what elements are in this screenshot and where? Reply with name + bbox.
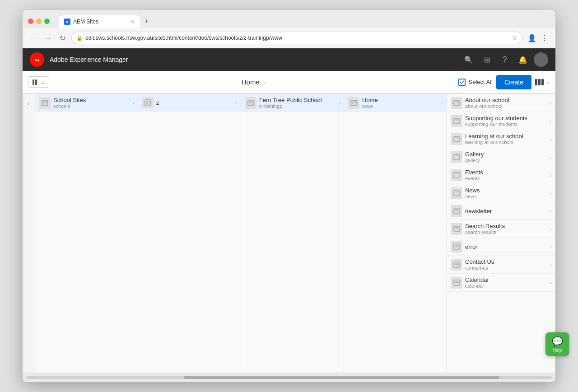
list-item[interactable]: Gallery gallery ›: [447, 148, 555, 166]
list-item[interactable]: Learning at our school learning-at-our-s…: [447, 130, 555, 148]
help-icon[interactable]: ?: [498, 52, 512, 67]
minimize-traffic-light[interactable]: [36, 19, 42, 24]
view-toggle[interactable]: ⌄: [28, 76, 49, 88]
item-name: School Sites: [53, 97, 130, 103]
list-item[interactable]: News news ›: [447, 184, 555, 202]
page-icon: [453, 190, 460, 196]
user-avatar[interactable]: [534, 52, 548, 67]
item-name: About our school: [465, 97, 547, 103]
item-slug: news: [465, 194, 547, 199]
sites-toolbar: ⌄ Home ⌄ Select All Create ⌄: [23, 71, 555, 93]
column-2: Fern Tree Public School z-trainingp ›: [241, 94, 344, 373]
item-name: newsletter: [465, 208, 547, 215]
new-tab-button[interactable]: +: [140, 14, 153, 28]
list-item[interactable]: Fern Tree Public School z-trainingp ›: [241, 94, 344, 112]
page-icon: [453, 261, 460, 268]
help-chat-icon: 💬: [552, 336, 563, 347]
reload-button[interactable]: ↻: [57, 33, 68, 43]
url-text: edit.sws.schools.nsw.gov.au/sites.html/c…: [85, 35, 509, 41]
item-text: z: [156, 99, 233, 106]
item-page-icon: [142, 97, 154, 108]
select-all-label: Select All: [468, 79, 492, 85]
item-page-icon: [451, 223, 462, 235]
page-icon: [453, 226, 460, 232]
profile-icon[interactable]: 👤: [527, 33, 537, 43]
list-item[interactable]: Search Results search-results ›: [447, 220, 555, 238]
list-item[interactable]: Contact Us contact-us ›: [447, 256, 555, 274]
select-all-button[interactable]: Select All: [458, 79, 492, 86]
collapse-handle[interactable]: ›: [23, 94, 35, 373]
page-icon: [453, 280, 460, 286]
column-4: About our school about-our-school › Supp…: [447, 94, 555, 373]
list-item[interactable]: Home www ›: [344, 94, 447, 112]
item-name: Fern Tree Public School: [259, 97, 336, 103]
bookmark-icon[interactable]: ☆: [512, 34, 518, 42]
list-item[interactable]: z ›: [138, 94, 241, 112]
maximize-traffic-light[interactable]: [44, 19, 50, 24]
create-button[interactable]: Create: [496, 75, 531, 89]
list-item[interactable]: About our school about-our-school ›: [447, 94, 555, 112]
page-icon: [453, 243, 460, 250]
svg-rect-2: [33, 79, 34, 85]
aem-title: Adobe Experience Manager: [50, 56, 128, 63]
item-slug: calendar: [465, 283, 547, 289]
item-page-icon: [245, 97, 256, 109]
list-item[interactable]: School Sites schools ›: [35, 94, 138, 112]
address-bar[interactable]: 🔒 edit.sws.schools.nsw.gov.au/sites.html…: [71, 32, 523, 44]
item-page-icon: [451, 205, 462, 217]
item-name: Supporting our students: [465, 115, 547, 121]
close-traffic-light[interactable]: [28, 19, 33, 24]
svg-rect-6: [541, 79, 544, 85]
checkbox-check-icon: [460, 80, 464, 84]
menu-icon[interactable]: ⋮: [539, 33, 550, 43]
list-item[interactable]: error ›: [447, 238, 555, 256]
item-chevron-icon: ›: [550, 262, 551, 267]
browser-tab[interactable]: A AEM Sites ×: [59, 15, 140, 28]
search-icon[interactable]: 🔍: [461, 52, 476, 67]
column-3: Home www ›: [344, 94, 447, 373]
item-slug: about-our-school: [465, 103, 547, 109]
item-page-icon: [451, 259, 462, 271]
bell-icon[interactable]: 🔔: [516, 52, 530, 67]
item-name: Home: [362, 97, 438, 103]
tab-close-button[interactable]: ×: [131, 18, 135, 25]
page-icon: [453, 100, 460, 106]
item-text: Contact Us contact-us: [465, 258, 547, 271]
horizontal-scrollbar[interactable]: [23, 373, 555, 382]
tab-label: AEM Sites: [73, 19, 98, 25]
home-breadcrumb[interactable]: Home: [242, 78, 260, 86]
svg-rect-4: [535, 79, 537, 85]
item-name: Learning at our school: [465, 133, 547, 140]
list-item[interactable]: Supporting our students supporting-our-s…: [447, 112, 555, 130]
item-text: About our school about-our-school: [465, 97, 547, 109]
help-button[interactable]: 💬 Help: [545, 332, 569, 356]
list-item[interactable]: newsletter ›: [447, 202, 555, 220]
item-text: Gallery gallery: [465, 151, 547, 163]
item-text: newsletter: [465, 208, 547, 215]
column-0: School Sites schools ›: [35, 94, 138, 373]
item-chevron-icon: ›: [338, 100, 340, 106]
item-slug: www: [362, 103, 438, 109]
column-1: z ›: [138, 94, 241, 373]
list-item[interactable]: Events events ›: [447, 166, 555, 184]
item-text: Fern Tree Public School z-trainingp: [259, 97, 336, 109]
column-browser: › School Sites schools ›: [23, 93, 555, 373]
back-button[interactable]: ←: [28, 33, 39, 43]
view-toggle-chevron: ⌄: [40, 79, 45, 85]
apps-icon[interactable]: ⊞: [480, 52, 494, 67]
page-icon: [453, 172, 460, 178]
item-page-icon: [39, 97, 51, 109]
forward-button[interactable]: →: [42, 33, 53, 43]
page-icon: [453, 208, 460, 214]
item-name: News: [465, 187, 547, 194]
item-text: School Sites schools: [53, 97, 130, 109]
page-icon: [453, 118, 460, 124]
item-text: News news: [465, 187, 547, 199]
page-icon: [42, 100, 48, 106]
svg-text:Ae: Ae: [34, 58, 40, 62]
page-icon: [350, 100, 357, 106]
view-options[interactable]: ⌄: [535, 79, 550, 85]
list-item[interactable]: Calendar calendar ›: [447, 274, 555, 292]
item-name: Calendar: [465, 276, 547, 283]
select-all-checkbox[interactable]: [458, 79, 466, 86]
